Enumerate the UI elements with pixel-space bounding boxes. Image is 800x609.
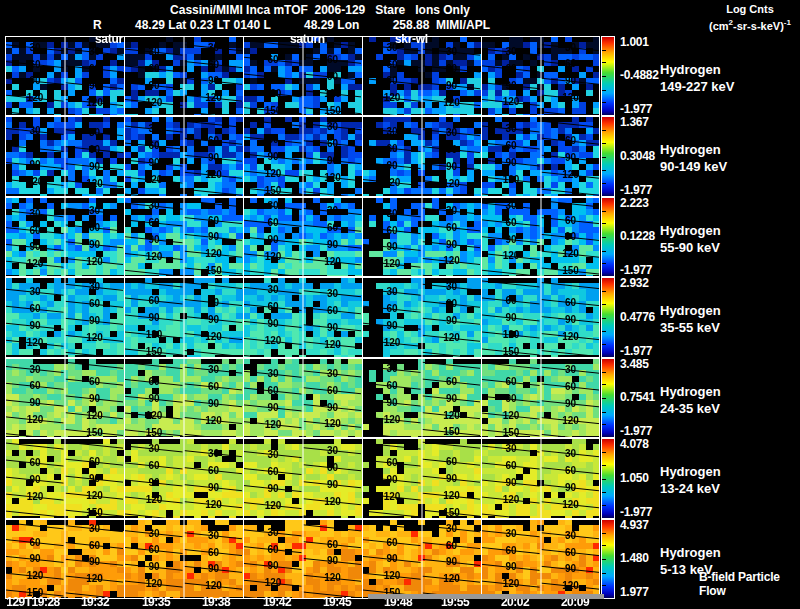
panel-energy-label: Hydrogen5-13 keV bbox=[660, 544, 721, 578]
colorbar-min-value: -1.977 bbox=[620, 424, 652, 438]
energy-range-label: 90-149 keV bbox=[660, 158, 727, 175]
spectrogram-panel-3 bbox=[5, 197, 600, 277]
colorbar-max-value: 1.367 bbox=[620, 115, 649, 129]
spectrogram-panel-2 bbox=[5, 116, 600, 197]
direction-marker-saturn-1: satur bbox=[95, 32, 123, 46]
species-label: Hydrogen bbox=[660, 61, 734, 78]
direction-marker-skr-wl: skr-wl bbox=[395, 32, 428, 46]
colorbar-panel-7 bbox=[601, 519, 615, 599]
colorbar-mid-value: 0.3048 bbox=[620, 149, 655, 163]
species-label: Hydrogen bbox=[660, 383, 721, 400]
colorbar-panel-2 bbox=[601, 116, 615, 197]
plot-title: Cassini/MIMI Inca mTOF 2006-129 Stare Io… bbox=[0, 3, 640, 17]
colorbar-mid-value: 1.480 bbox=[620, 551, 649, 565]
energy-range-label: 13-24 keV bbox=[660, 480, 721, 497]
species-label: Hydrogen bbox=[660, 222, 721, 239]
species-label: Hydrogen bbox=[660, 302, 721, 319]
colorbar-mid-value: 1.050 bbox=[620, 471, 649, 485]
colorbar-min-value: -1.977 bbox=[620, 263, 652, 277]
colorbar-max-value: 3.485 bbox=[620, 357, 649, 371]
energy-range-label: 55-90 keV bbox=[660, 239, 721, 256]
spectrogram-panel-6 bbox=[5, 438, 600, 519]
colorbar-mid-value: -0.4882 bbox=[620, 68, 659, 82]
colorbar-min-value: 1.977 bbox=[620, 585, 649, 599]
colorbar-max-value: 2.932 bbox=[620, 276, 649, 290]
panel-energy-label: Hydrogen149-227 keV bbox=[660, 61, 734, 95]
spectrogram-panel-7 bbox=[5, 519, 600, 599]
spectrogram-panel-5 bbox=[5, 358, 600, 438]
colorbar-max-value: 1.001 bbox=[620, 35, 649, 49]
colorbar-min-value: -1.977 bbox=[620, 505, 652, 519]
colorbar-panel-3 bbox=[601, 197, 615, 277]
colorbar-mid-value: 0.7541 bbox=[620, 390, 655, 404]
panel-energy-label: Hydrogen55-90 keV bbox=[660, 222, 721, 256]
panel-energy-label: Hydrogen90-149 keV bbox=[660, 141, 727, 175]
energy-range-label: 149-227 keV bbox=[660, 78, 734, 95]
species-label: Hydrogen bbox=[660, 141, 727, 158]
colorbar-max-value: 2.223 bbox=[620, 196, 649, 210]
panel-energy-label: Hydrogen35-55 keV bbox=[660, 302, 721, 336]
energy-range-label: 5-13 keV bbox=[660, 561, 721, 578]
colorbar-min-value: -1.977 bbox=[620, 183, 652, 197]
species-label: Hydrogen bbox=[660, 463, 721, 480]
colorbar-mid-value: 0.4776 bbox=[620, 310, 655, 324]
spectrogram-panel-4 bbox=[5, 277, 600, 358]
species-label: Hydrogen bbox=[660, 544, 721, 561]
colorbar-panel-5 bbox=[601, 358, 615, 438]
colorbar-units-label: Log Cnts (cm2-sr-s-keV)-1 bbox=[698, 3, 800, 33]
colorbar-panel-6 bbox=[601, 438, 615, 519]
coverage-bar bbox=[368, 594, 604, 599]
panel-energy-label: Hydrogen13-24 keV bbox=[660, 463, 721, 497]
panel-energy-label: Hydrogen24-35 keV bbox=[660, 383, 721, 417]
colorbar-min-value: -1.977 bbox=[620, 102, 652, 116]
energy-range-label: 24-35 keV bbox=[660, 400, 721, 417]
units-line2: (cm2-sr-s-keV)-1 bbox=[709, 20, 791, 32]
colorbar-mid-value: 0.1228 bbox=[620, 229, 655, 243]
ephemeris-line: R 48.29 Lat 0.23 LT 0140 L 48.29 Lon 258… bbox=[93, 18, 490, 32]
spectrogram-panel-1 bbox=[5, 36, 600, 116]
spectrogram-display: Cassini/MIMI Inca mTOF 2006-129 Stare Io… bbox=[0, 0, 800, 609]
colorbar-max-value: 4.078 bbox=[620, 437, 649, 451]
colorbar-panel-4 bbox=[601, 277, 615, 358]
colorbar-max-value: 4.937 bbox=[620, 518, 649, 532]
direction-marker-saturn-2: saturn bbox=[290, 32, 325, 46]
energy-range-label: 35-55 keV bbox=[660, 319, 721, 336]
units-line1: Log Cnts bbox=[726, 3, 774, 15]
colorbar-panel-1 bbox=[601, 36, 615, 116]
colorbar-min-value: -1.977 bbox=[620, 344, 652, 358]
